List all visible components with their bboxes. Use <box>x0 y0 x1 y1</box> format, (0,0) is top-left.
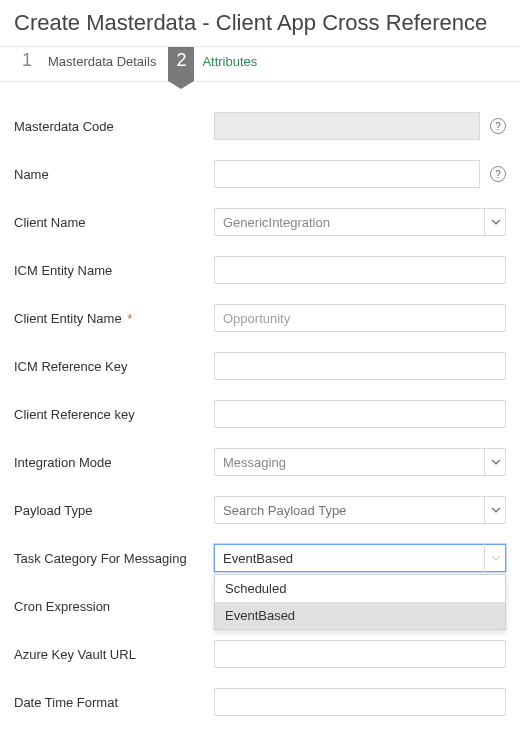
select-client-name[interactable] <box>214 208 506 236</box>
dropdown-panel-task-category: Scheduled EventBased <box>214 574 506 630</box>
input-icm-reference-key[interactable] <box>214 352 506 380</box>
input-icm-entity-name[interactable] <box>214 256 506 284</box>
label-icm-entity-name: ICM Entity Name <box>14 263 214 278</box>
chevron-down-icon[interactable] <box>484 448 506 476</box>
label-icm-reference-key: ICM Reference Key <box>14 359 214 374</box>
form-body: Masterdata Code ? Name ? Client Name ICM… <box>0 82 520 745</box>
label-cron-expression: Cron Expression <box>14 599 214 614</box>
label-name: Name <box>14 167 214 182</box>
input-client-reference-key[interactable] <box>214 400 506 428</box>
help-icon[interactable]: ? <box>490 166 506 182</box>
dropdown-option-eventbased[interactable]: EventBased <box>215 602 505 629</box>
label-task-category: Task Category For Messaging <box>14 551 214 566</box>
step-label-2: Attributes <box>202 47 257 69</box>
label-client-reference-key: Client Reference key <box>14 407 214 422</box>
label-client-name: Client Name <box>14 215 214 230</box>
select-integration-mode[interactable] <box>214 448 506 476</box>
help-icon[interactable]: ? <box>490 118 506 134</box>
step-number-2: 2 <box>168 47 194 81</box>
label-masterdata-code: Masterdata Code <box>14 119 214 134</box>
step-label-1: Masterdata Details <box>48 47 156 69</box>
label-payload-type: Payload Type <box>14 503 214 518</box>
input-client-entity-name[interactable] <box>214 304 506 332</box>
label-client-entity-name: Client Entity Name * <box>14 311 214 326</box>
select-payload-type[interactable] <box>214 496 506 524</box>
input-name[interactable] <box>214 160 480 188</box>
wizard-step-1[interactable]: 1 Masterdata Details <box>14 47 168 81</box>
label-azure-key-vault: Azure Key Vault URL <box>14 647 214 662</box>
chevron-down-icon[interactable] <box>484 496 506 524</box>
page-title: Create Masterdata - Client App Cross Ref… <box>0 0 520 46</box>
input-masterdata-code <box>214 112 480 140</box>
step-number-1: 1 <box>14 47 40 81</box>
dropdown-option-scheduled[interactable]: Scheduled <box>215 575 505 602</box>
label-integration-mode: Integration Mode <box>14 455 214 470</box>
input-date-time-format[interactable] <box>214 688 506 716</box>
input-azure-key-vault[interactable] <box>214 640 506 668</box>
label-client-entity-name-text: Client Entity Name <box>14 311 122 326</box>
chevron-down-icon[interactable] <box>484 208 506 236</box>
label-date-time-format: Date Time Format <box>14 695 214 710</box>
select-task-category[interactable] <box>214 544 506 572</box>
chevron-down-icon[interactable] <box>484 544 506 572</box>
required-star: * <box>127 311 132 326</box>
wizard-steps: 1 Masterdata Details 2 Attributes <box>0 46 520 82</box>
wizard-step-2[interactable]: 2 Attributes <box>168 47 269 81</box>
